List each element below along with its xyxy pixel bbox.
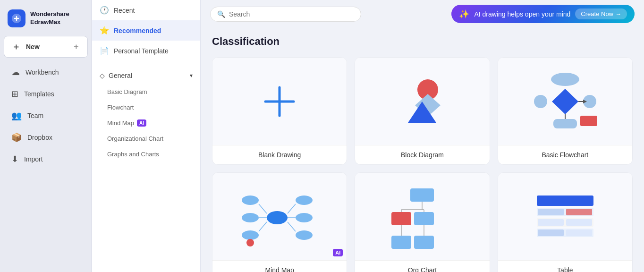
svg-rect-33 (414, 236, 434, 249)
table-card[interactable]: Table (498, 172, 633, 272)
sidebar-item-dropbox[interactable]: 📦 Dropbox (4, 128, 88, 147)
basic-flowchart-label: Basic Flowchart (498, 145, 632, 164)
svg-point-18 (242, 213, 259, 222)
blank-drawing-card[interactable]: Blank Drawing (212, 57, 347, 165)
svg-rect-49 (566, 230, 592, 236)
people-icon: 👥 (11, 110, 22, 121)
search-icon: 🔍 (217, 10, 225, 18)
graphs-charts-item[interactable]: Graphs and Charts (92, 146, 200, 162)
top-bar: 🔍 ✨ AI drawing helps open your mind Crea… (201, 0, 644, 28)
ai-banner-text: AI drawing helps open your mind (474, 10, 570, 18)
arrow-icon: → (615, 10, 621, 17)
clock-icon: 🕐 (100, 6, 109, 15)
ai-badge: AI (137, 119, 146, 127)
svg-rect-31 (414, 212, 434, 225)
svg-line-21 (259, 222, 267, 231)
org-chart-item[interactable]: Organizational Chart (92, 131, 200, 146)
blank-drawing-label: Blank Drawing (212, 145, 347, 164)
flowchart-item[interactable]: Flowchart (92, 100, 200, 115)
mind-map-visual: AI (212, 173, 347, 260)
sidebar-item-import[interactable]: ⬇ Import (4, 149, 88, 169)
mind-map-item[interactable]: Mind Map AI (92, 115, 200, 131)
file-icon: 📄 (100, 46, 109, 55)
svg-rect-45 (538, 219, 564, 226)
svg-rect-12 (580, 116, 597, 126)
general-section-header[interactable]: ◇ General ▾ (92, 67, 200, 84)
cards-grid: Blank Drawing Block Diagram (212, 57, 633, 272)
svg-rect-29 (410, 188, 434, 202)
new-icon: ＋ (12, 41, 20, 52)
basic-diagram-item[interactable]: Basic Diagram (92, 84, 200, 100)
recent-item[interactable]: 🕐 Recent (92, 0, 200, 20)
search-input[interactable] (229, 10, 354, 18)
svg-line-17 (259, 204, 267, 213)
left-sidebar: Wondershare EdrawMax ＋ New ＋ ☁ Workbench… (0, 0, 92, 272)
personal-template-item[interactable]: 📄 Personal Template (92, 41, 200, 61)
svg-point-20 (242, 230, 259, 240)
svg-marker-9 (552, 89, 578, 114)
diamond-icon: ◇ (100, 72, 105, 79)
svg-line-27 (288, 222, 296, 231)
download-icon: ⬇ (11, 154, 18, 164)
svg-point-16 (242, 196, 259, 205)
app-logo-icon (8, 9, 25, 27)
section-title: Classification (212, 35, 633, 48)
sidebar-item-team[interactable]: 👥 Team (4, 106, 88, 126)
svg-rect-48 (538, 230, 564, 236)
sidebar-item-templates[interactable]: ⊞ Templates (4, 84, 88, 104)
table-visual (498, 173, 632, 260)
svg-point-7 (534, 95, 547, 108)
new-button[interactable]: ＋ New ＋ (4, 36, 88, 58)
block-diagram-visual (355, 58, 489, 145)
svg-rect-42 (538, 209, 564, 215)
basic-flowchart-card[interactable]: Basic Flowchart (498, 57, 633, 165)
middle-panel: 🕐 Recent ⭐ Recommended 📄 Personal Templa… (92, 0, 201, 272)
svg-point-15 (267, 211, 288, 224)
block-diagram-card[interactable]: Block Diagram (355, 57, 490, 165)
sidebar-item-workbench[interactable]: ☁ Workbench (4, 62, 88, 82)
grid-icon: ⊞ (11, 89, 18, 99)
new-plus-icon: ＋ (72, 42, 80, 52)
svg-rect-30 (391, 212, 411, 225)
main-content: 🔍 ✨ AI drawing helps open your mind Crea… (201, 0, 644, 272)
content-area: Classification Blank Drawing (201, 28, 644, 272)
svg-rect-46 (566, 219, 592, 226)
svg-point-28 (246, 239, 254, 246)
svg-rect-43 (566, 209, 592, 215)
svg-rect-32 (391, 236, 411, 249)
svg-point-26 (296, 230, 313, 240)
divider (92, 64, 200, 64)
chevron-down-icon: ▾ (190, 72, 193, 79)
box-icon: 📦 (11, 132, 22, 143)
svg-line-23 (288, 204, 296, 213)
mind-map-card[interactable]: AI Mind Map (212, 172, 347, 272)
blank-drawing-visual (212, 58, 347, 145)
mind-map-ai-badge: AI (333, 249, 343, 256)
table-label: Table (498, 260, 632, 272)
mind-map-label: Mind Map (212, 260, 347, 272)
org-chart-visual (355, 173, 489, 260)
basic-flowchart-visual (498, 58, 632, 145)
block-diagram-label: Block Diagram (355, 145, 489, 164)
recommended-item[interactable]: ⭐ Recommended (92, 20, 200, 41)
svg-rect-40 (537, 196, 593, 206)
app-name: Wondershare EdrawMax (30, 10, 69, 26)
search-box[interactable]: 🔍 (210, 7, 361, 22)
create-now-button[interactable]: Create Now → (575, 8, 627, 19)
svg-point-24 (296, 213, 313, 222)
ai-sparkle-icon: ✨ (459, 9, 469, 19)
svg-point-6 (551, 73, 579, 86)
ai-banner[interactable]: ✨ AI drawing helps open your mind Create… (451, 5, 635, 23)
svg-rect-14 (553, 119, 577, 128)
cloud-icon: ☁ (11, 67, 20, 77)
org-chart-label: Org Chart (355, 260, 489, 272)
star-icon: ⭐ (100, 26, 109, 35)
org-chart-card[interactable]: Org Chart (355, 172, 490, 272)
svg-point-22 (296, 196, 313, 205)
logo-area: Wondershare EdrawMax (0, 6, 92, 35)
